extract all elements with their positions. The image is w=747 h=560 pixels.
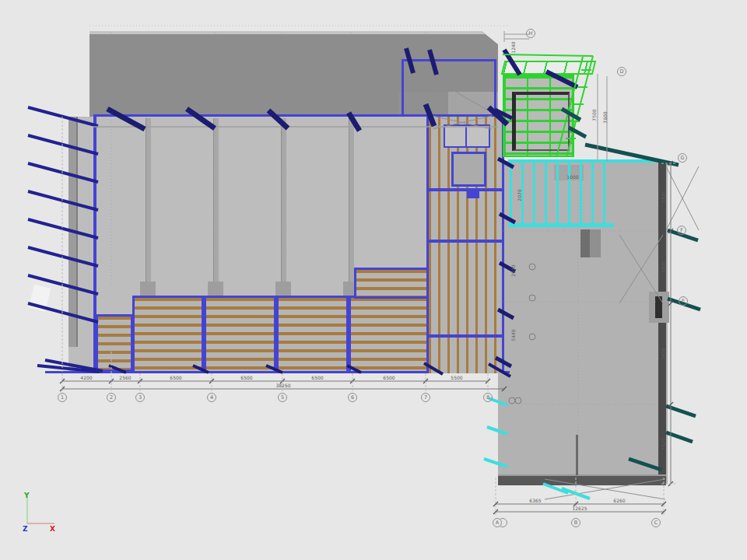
dim-label: 6260 <box>613 499 625 503</box>
grid-bubble: F <box>677 226 686 235</box>
cyan-purlin-stubs[interactable] <box>484 398 590 499</box>
studwall-side-brackets[interactable] <box>495 110 515 366</box>
viewport-canvas[interactable]: 4200 2560 6500 6500 6500 6500 5500 38260… <box>0 0 747 560</box>
axis-label-y: Y <box>24 492 30 499</box>
grid-bubble: 2 <box>107 393 116 402</box>
dim-label: 5500 <box>451 376 462 380</box>
dimension-lines-green-bay <box>504 31 607 161</box>
grid-bubble: 5 <box>278 393 287 402</box>
dim-label: 5425 <box>661 191 666 202</box>
grid-bubble: 1 <box>58 393 67 402</box>
grid-bubble: 8 <box>483 393 493 402</box>
grid-bubble: 7 <box>421 393 430 402</box>
dim-label-interior: 5440 <box>511 329 516 341</box>
dim-label: 2560 <box>119 376 131 380</box>
grid-bubble: D <box>617 67 626 76</box>
grid-bubble: C <box>651 518 661 527</box>
dim-label-interior: 1000 <box>566 175 578 180</box>
dim-label: 6500 <box>240 376 252 380</box>
dim-label: 3400 <box>661 348 666 359</box>
grid-bubble: H <box>526 29 535 38</box>
left-rafter-outriggers[interactable] <box>28 107 103 372</box>
grid-bubble: B <box>571 518 580 527</box>
grid-bubble: 4 <box>207 393 216 402</box>
dim-label: 6500 <box>383 376 395 380</box>
axis-label-z: Z <box>23 526 28 533</box>
linework-overlay <box>0 0 747 560</box>
axis-label-x: X <box>50 526 55 533</box>
grid-bubble: 6 <box>348 393 357 402</box>
dim-label: 1240 <box>511 41 516 53</box>
teal-purlin-stubs[interactable] <box>562 109 700 470</box>
dim-label: 6500 <box>170 376 181 380</box>
dim-label-interior: 2070 <box>517 189 522 201</box>
grid-bubble: E <box>679 296 688 306</box>
dimension-lines-bottom <box>60 117 507 391</box>
axis-triad <box>16 488 109 535</box>
dim-label-overall: 38260 <box>275 383 290 388</box>
dim-label-interior: 2070 <box>511 264 516 276</box>
dim-label: 6500 <box>311 376 323 380</box>
dim-label: 6365 <box>529 499 541 503</box>
frame-stub-columns[interactable] <box>406 48 577 87</box>
dim-label: 5425 <box>661 438 666 450</box>
grid-bubble: G <box>678 153 687 163</box>
dim-label: 7500 <box>592 109 597 121</box>
dim-label: 7600 <box>603 111 608 123</box>
grid-bubble: A <box>493 518 502 527</box>
dim-label: 5425 <box>661 261 666 272</box>
dim-label: 4200 <box>80 376 92 380</box>
dim-label-overall: 12625 <box>572 506 587 511</box>
grid-bubble: 3 <box>135 393 145 402</box>
construction-gridlines <box>89 26 658 473</box>
